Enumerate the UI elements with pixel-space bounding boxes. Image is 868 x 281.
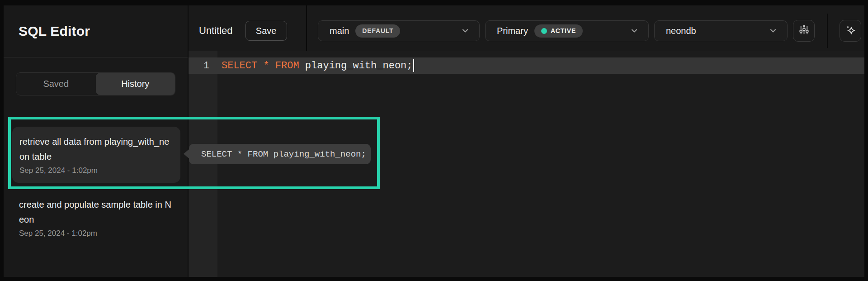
default-badge: DEFAULT <box>355 24 400 38</box>
history-item[interactable]: create and populate sample table in Neon… <box>19 197 175 238</box>
history-item-timestamp: Sep 25, 2024 - 1:02pm <box>19 166 173 175</box>
document-group: Untitled Save <box>189 11 306 51</box>
sliders-icon <box>798 24 810 38</box>
tab-saved[interactable]: Saved <box>16 73 96 95</box>
database-select-value: neondb <box>666 26 696 36</box>
tab-history[interactable]: History <box>96 73 175 95</box>
sql-identifier: playing_with_neon; <box>305 60 413 71</box>
sql-keyword: FROM <box>275 60 305 71</box>
active-badge: ACTIVE <box>534 24 583 38</box>
toolbar-controls: main DEFAULT Primary ACTIVE neondb <box>307 14 864 48</box>
active-badge-label: ACTIVE <box>551 27 576 34</box>
sql-keyword: SELECT <box>222 60 263 71</box>
editor-settings-button[interactable] <box>793 20 815 42</box>
text-cursor <box>413 59 414 72</box>
sidebar-tabs: Saved History <box>16 72 175 95</box>
toolbar-divider <box>827 14 828 48</box>
sidebar-header: SQL Editor <box>4 5 188 57</box>
history-item-timestamp: Sep 25, 2024 - 1:02pm <box>19 229 175 238</box>
sql-star: * <box>263 60 275 71</box>
sparkle-icon <box>844 24 856 38</box>
editor-toolbar: Untitled Save main DEFAULT Primary ACTIV… <box>189 5 864 51</box>
line-number: 1 <box>189 60 217 71</box>
compute-select[interactable]: Primary ACTIVE <box>485 20 649 41</box>
branch-select[interactable]: main DEFAULT <box>318 20 480 41</box>
query-preview-tooltip: SELECT * FROM playing_with_neon; <box>189 144 371 164</box>
status-dot <box>541 28 547 34</box>
save-button[interactable]: Save <box>245 21 287 41</box>
ai-assistant-button[interactable] <box>840 20 861 42</box>
database-select[interactable]: neondb <box>654 20 788 41</box>
page-title: SQL Editor <box>19 24 90 39</box>
code-text: SELECT * FROM playing_with_neon; <box>222 59 414 72</box>
sidebar: SQL Editor Saved History retrieve all da… <box>4 5 188 277</box>
history-item-title: retrieve all data from playing_with_neon… <box>19 134 173 164</box>
compute-select-value: Primary <box>497 26 528 36</box>
history-item-selected[interactable]: retrieve all data from playing_with_neon… <box>12 127 180 183</box>
code-line-1: 1 SELECT * FROM playing_with_neon; <box>189 57 864 74</box>
chevron-down-icon <box>769 27 777 35</box>
history-item-title: create and populate sample table in Neon <box>19 197 175 227</box>
chevron-down-icon <box>461 27 469 35</box>
chevron-down-icon <box>630 27 638 35</box>
branch-select-value: main <box>330 26 349 36</box>
document-title: Untitled <box>199 25 233 37</box>
